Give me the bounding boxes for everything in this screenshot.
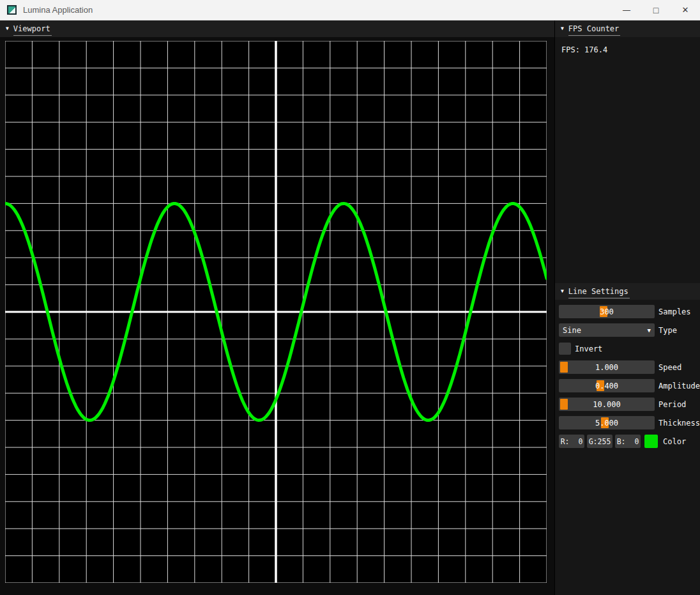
color-label: Color (663, 437, 686, 446)
app-icon (7, 5, 17, 15)
viewport-panel: ▼ Viewport (0, 20, 554, 595)
sidebar: ▼ FPS Counter FPS: 176.4 ▼ Line Settings… (554, 20, 700, 595)
amplitude-slider[interactable]: 0.400 (559, 379, 655, 392)
fps-tab-label[interactable]: FPS Counter (568, 20, 620, 37)
amplitude-label: Amplitude (658, 382, 700, 390)
amplitude-value: 0.400 (559, 379, 655, 392)
speed-value: 1.000 (559, 360, 655, 374)
samples-label: Samples (658, 307, 691, 316)
window-title: Lumina Application (23, 5, 93, 15)
type-row: Sine ▼ Type (559, 323, 700, 337)
type-combo[interactable]: Sine ▼ (559, 323, 655, 337)
collapse-arrow-icon[interactable]: ▼ (561, 288, 564, 294)
maximize-button[interactable]: □ (641, 0, 671, 20)
invert-checkbox[interactable] (559, 343, 571, 355)
collapse-arrow-icon[interactable]: ▼ (6, 26, 9, 31)
minimize-icon: — (623, 6, 630, 15)
period-value: 10.000 (559, 398, 655, 411)
window-titlebar[interactable]: Lumina Application — □ ✕ (0, 0, 700, 20)
thickness-slider[interactable]: 5.000 (559, 416, 655, 429)
speed-slider[interactable]: 1.000 (559, 360, 655, 374)
blue-field[interactable]: B: 0 (615, 435, 641, 448)
thickness-label: Thickness (658, 419, 700, 428)
color-row: R: 0 G:255 B: 0 Color (559, 435, 700, 448)
viewport-canvas[interactable] (5, 41, 547, 583)
viewport-canvas-area (0, 37, 554, 595)
line-settings-controls: 300 Samples Sine ▼ Type Invert (555, 300, 700, 448)
close-icon: ✕ (682, 5, 689, 15)
samples-row: 300 Samples (559, 305, 700, 318)
color-swatch[interactable] (644, 435, 658, 448)
samples-value: 300 (559, 305, 655, 318)
period-row: 10.000 Period (559, 398, 700, 411)
fps-text: FPS: 176.4 (561, 45, 607, 54)
invert-label: Invert (575, 344, 602, 353)
green-field[interactable]: G:255 (587, 435, 612, 448)
amplitude-row: 0.400 Amplitude (559, 379, 700, 392)
red-field[interactable]: R: 0 (559, 435, 584, 448)
thickness-row: 5.000 Thickness (559, 416, 700, 429)
line-settings-header[interactable]: ▼ Line Settings (555, 283, 700, 300)
fps-panel-header[interactable]: ▼ FPS Counter (555, 20, 700, 37)
chevron-down-icon[interactable]: ▼ (648, 327, 651, 334)
viewport-panel-header[interactable]: ▼ Viewport (0, 20, 554, 37)
fps-panel-body: FPS: 176.4 (555, 37, 700, 283)
invert-row: Invert (559, 342, 700, 355)
speed-label: Speed (658, 363, 681, 372)
type-value: Sine (563, 326, 581, 335)
type-label: Type (658, 326, 677, 335)
close-button[interactable]: ✕ (671, 0, 700, 20)
viewport-tab-label[interactable]: Viewport (13, 20, 52, 37)
period-label: Period (658, 400, 686, 409)
maximize-icon: □ (653, 5, 658, 15)
period-slider[interactable]: 10.000 (559, 398, 655, 411)
samples-slider[interactable]: 300 (559, 305, 655, 318)
collapse-arrow-icon[interactable]: ▼ (561, 26, 564, 31)
thickness-value: 5.000 (559, 416, 655, 429)
speed-row: 1.000 Speed (559, 360, 700, 374)
app-area: ▼ Viewport ▼ FPS Counter FPS: 176.4 ▼ Li… (0, 20, 700, 595)
line-settings-tab-label[interactable]: Line Settings (568, 283, 630, 300)
minimize-button[interactable]: — (612, 0, 641, 20)
